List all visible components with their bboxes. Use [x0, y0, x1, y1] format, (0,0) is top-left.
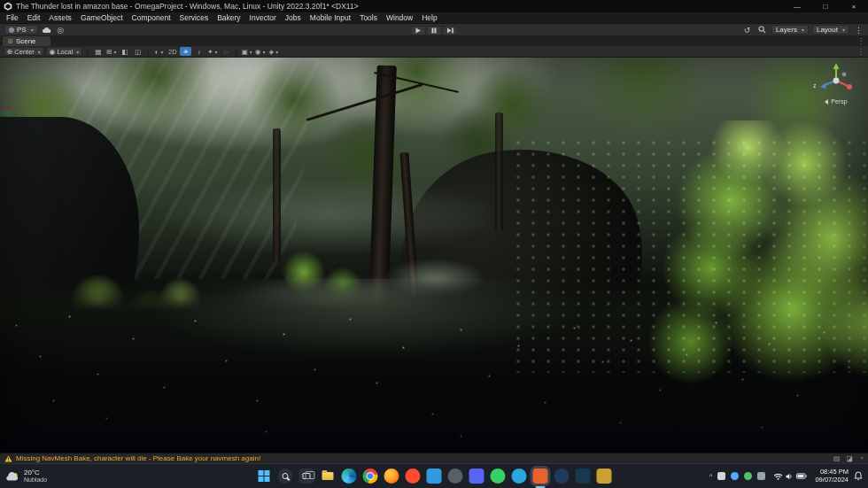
taskbar-edge-button[interactable]: [342, 469, 357, 484]
tool-handle-position-dropdown[interactable]: ⊕ Center: [4, 47, 44, 56]
status-warning-text: Missing NavMesh Bake, character will die…: [16, 454, 260, 462]
taskbar-obs-button[interactable]: [448, 469, 463, 484]
play-button[interactable]: [411, 26, 426, 35]
status-bar[interactable]: Missing NavMesh Bake, character will die…: [0, 453, 868, 463]
menu-bar: File Edit Assets GameObject Component Se…: [0, 12, 868, 24]
close-button[interactable]: ×: [840, 0, 868, 12]
minimize-button[interactable]: —: [783, 0, 811, 12]
snap-move-icon: ◧: [121, 48, 128, 56]
step-button[interactable]: [443, 26, 458, 35]
tool-handle-label: Center: [14, 48, 35, 56]
version-control-button[interactable]: PS: [4, 25, 38, 35]
taskbar-firefox-button[interactable]: [384, 469, 399, 484]
tray-security-icon[interactable]: [731, 472, 739, 480]
menu-item-help[interactable]: Help: [417, 12, 441, 23]
scene-orientation-gizmo[interactable]: z Persp: [811, 61, 861, 105]
axis-z-label: z: [813, 82, 817, 89]
taskbar-weather-widget[interactable]: 20°C Nublado: [5, 464, 47, 488]
maximize-button[interactable]: □: [811, 0, 840, 12]
axis-gizmo-icon: [814, 61, 858, 97]
taskbar-photoshop-button[interactable]: [576, 469, 591, 484]
camera-settings-dropdown[interactable]: ◉: [254, 47, 266, 56]
tray-gpu-icon[interactable]: [744, 472, 752, 480]
weather-temperature: 20°C: [24, 469, 47, 476]
menu-item-assets[interactable]: Assets: [44, 12, 76, 23]
taskbar-clock[interactable]: 08:45 PM 09/07/2024: [815, 469, 849, 484]
status-console-icon[interactable]: ▤: [833, 454, 841, 462]
cloudy-weather-icon: [5, 471, 19, 482]
taskbar-unity-button[interactable]: [533, 469, 548, 484]
toolbar-menu-button[interactable]: ⋮: [853, 26, 864, 35]
taskbar-epic-games-button[interactable]: [597, 469, 612, 484]
menu-item-window[interactable]: Window: [382, 12, 417, 23]
taskbar-telegram-button[interactable]: [512, 469, 527, 484]
pause-icon: [431, 27, 438, 34]
tool-handle-rotation-dropdown[interactable]: ◉ Local: [46, 47, 83, 56]
tab-options-button[interactable]: ⋮: [857, 37, 864, 45]
tray-update-icon[interactable]: [757, 472, 765, 480]
snap-move-toggle[interactable]: ◧: [119, 47, 130, 56]
snap-rotate-toggle[interactable]: ◫: [132, 47, 143, 56]
taskbar-chrome-button[interactable]: [363, 469, 378, 484]
axis-gizmo[interactable]: z: [811, 61, 861, 100]
pivot-icon: ⊕: [7, 48, 12, 56]
taskbar-search-button[interactable]: [278, 469, 293, 484]
scene-audio-toggle[interactable]: ♪: [193, 47, 205, 56]
taskbar-app-icons: [257, 464, 612, 488]
menu-item-mobile-input[interactable]: Mobile Input: [306, 12, 355, 23]
view-tab-bar: ⊞ Scene ⋮: [0, 36, 868, 46]
hidden-icons-chevron[interactable]: ^: [709, 472, 713, 480]
scene-view-toolbar: ⊕ Center ◉ Local ▦ ⊞ ◧ ◫ ◐ 2D ☀ ♪ ✦ ◌ ▣ …: [0, 46, 868, 58]
menu-item-edit[interactable]: Edit: [23, 12, 45, 23]
menu-item-jobs[interactable]: Jobs: [281, 12, 306, 23]
draw-mode-dropdown[interactable]: ◐: [153, 47, 165, 56]
editor-search-button[interactable]: [756, 26, 768, 34]
services-button[interactable]: ◎: [55, 26, 66, 35]
system-tray: ^ 08:45 PM 09/07/2024: [709, 464, 863, 488]
menu-item-services[interactable]: Services: [175, 12, 213, 23]
taskbar-file-explorer-button[interactable]: [321, 469, 336, 484]
menu-item-file[interactable]: File: [2, 12, 23, 23]
taskbar-steam-button[interactable]: [554, 469, 570, 484]
hidden-objects-toggle[interactable]: ◌: [220, 47, 231, 56]
menu-item-component[interactable]: Component: [128, 12, 175, 23]
tray-onedrive-icon[interactable]: [717, 472, 725, 480]
snap-icon: ⊞: [106, 48, 112, 56]
scene-lighting-toggle[interactable]: ☀: [180, 47, 191, 56]
menu-item-invector[interactable]: Invector: [245, 12, 281, 23]
taskbar-whatsapp-button[interactable]: [491, 469, 506, 484]
menu-item-tools[interactable]: Tools: [355, 12, 382, 23]
layers-dropdown[interactable]: Layers: [771, 25, 809, 35]
pause-button[interactable]: [427, 26, 442, 35]
scene-tree-trunk: [273, 128, 281, 263]
status-cache-icon[interactable]: ◪: [847, 454, 854, 462]
gizmos-dropdown[interactable]: ◈: [267, 47, 279, 56]
2d-view-toggle[interactable]: 2D: [167, 47, 178, 56]
scene-water-sparkles: [0, 303, 1, 304]
cloud-button[interactable]: [41, 27, 52, 34]
menu-item-gameobject[interactable]: GameObject: [76, 12, 128, 23]
scene-viewport[interactable]: z Persp: [0, 58, 868, 453]
toolbar-left-group: PS ◎: [0, 25, 66, 35]
taskbar-vscode-button[interactable]: [427, 469, 442, 484]
quick-settings-button[interactable]: [771, 471, 810, 482]
window-title: The Thunder lost in amazon base - OmegaP…: [16, 2, 359, 11]
layout-dropdown[interactable]: Layout: [812, 25, 849, 35]
taskbar-discord-button[interactable]: [469, 469, 484, 484]
menu-item-bakery[interactable]: Bakery: [213, 12, 244, 23]
scene-toolbar-menu-button[interactable]: ⋮: [857, 48, 864, 56]
effects-icon: ✦: [207, 48, 213, 56]
grid-visibility-toggle[interactable]: ▦: [92, 47, 104, 56]
taskbar-start-button[interactable]: [257, 469, 272, 484]
taskbar-opera-button[interactable]: [406, 469, 421, 484]
window-titlebar[interactable]: The Thunder lost in amazon base - OmegaP…: [0, 0, 868, 12]
notification-bell-icon[interactable]: [854, 471, 863, 481]
scene-tab-label: Scene: [16, 37, 36, 45]
taskbar-task-view-button[interactable]: [299, 469, 314, 484]
tab-scene[interactable]: ⊞ Scene: [3, 36, 50, 46]
status-progress-icon[interactable]: ◔: [859, 454, 864, 462]
overlays-dropdown[interactable]: ▣: [241, 47, 252, 56]
snap-settings-button[interactable]: ⊞: [105, 47, 117, 56]
undo-history-button[interactable]: ↺: [741, 26, 753, 35]
effects-dropdown[interactable]: ✦: [206, 47, 218, 56]
